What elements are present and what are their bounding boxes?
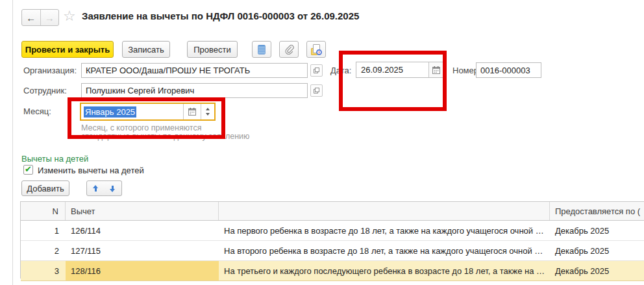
back-button[interactable]: ← (22, 10, 41, 25)
table-row[interactable]: 2 127/115 На второго ребенка в возрасте … (21, 241, 644, 261)
arrow-down-icon (110, 185, 116, 192)
month-input[interactable]: Январь 2025 (80, 103, 216, 121)
children-deductions-section-title[interactable]: Вычеты на детей (21, 154, 88, 164)
add-row-button[interactable]: Добавить (21, 180, 69, 196)
post-button[interactable]: Провести (187, 41, 238, 58)
employee-input[interactable]: Полушкин Сергей Игоревич (81, 83, 308, 98)
row-num-cell[interactable]: 1 (21, 221, 66, 240)
row-until-cell[interactable]: Декабрь 2025 (550, 261, 644, 280)
change-children-deductions-label[interactable]: Изменить вычеты на детей (38, 166, 144, 175)
row-code-cell[interactable]: 126/114 (66, 221, 219, 240)
month-calendar-button[interactable] (183, 104, 201, 119)
row-desc-cell[interactable]: На второго ребенка в возрасте до 18 лет,… (219, 241, 550, 260)
row-until-cell[interactable]: Декабрь 2025 (550, 241, 644, 260)
organization-input[interactable]: КРАТЕР ООО/Даша/ПРОШУ НЕ ТРОГАТЬ (81, 63, 308, 78)
row-desc-cell[interactable]: На первого ребенка в возрасте до 18 лет,… (219, 221, 550, 240)
row-num-cell[interactable]: 3 (21, 261, 66, 280)
move-row-up-button[interactable] (86, 180, 105, 196)
forward-button[interactable]: → (41, 10, 59, 25)
row-desc-cell[interactable]: На третьего и каждого последующего ребен… (219, 261, 550, 280)
left-border-divider (12, 0, 13, 285)
month-selected-text: Январь 2025 (84, 106, 136, 118)
spinner-down-icon[interactable] (206, 113, 210, 116)
spinner-up-icon[interactable] (206, 108, 210, 110)
attached-files-button[interactable] (279, 41, 299, 58)
organization-label: Организация: (23, 66, 77, 75)
header-num[interactable]: N (21, 202, 66, 220)
date-input[interactable]: 26.09.2025 (356, 62, 444, 78)
save-button[interactable]: Записать (122, 41, 170, 58)
header-deduction[interactable]: Вычет (66, 202, 219, 220)
employee-open-button[interactable] (310, 84, 323, 97)
employee-label: Сотрудник: (23, 86, 67, 95)
date-label: Дата: (330, 66, 351, 75)
row-code-cell-active[interactable]: 128/116 (66, 261, 219, 280)
post-and-close-button[interactable]: Провести и закрыть (21, 41, 114, 58)
open-icon (314, 88, 319, 93)
month-hint-line1: Месяц, с которого применяются (81, 123, 201, 132)
page-title: Заявление на вычеты по НДФЛ 0016-000003 … (82, 10, 359, 21)
change-history-button[interactable] (306, 41, 326, 58)
deductions-table: N Вычет Предоставляется по ( 1 126/114 Н… (20, 201, 644, 279)
nav-button-group: ← → (21, 9, 59, 26)
move-row-down-button[interactable] (104, 180, 122, 196)
table-row[interactable]: 1 126/114 На первого ребенка в возрасте … (21, 221, 644, 241)
row-num-cell[interactable]: 2 (21, 241, 66, 260)
forward-arrow-icon: → (45, 12, 55, 23)
calendar-icon (432, 66, 440, 74)
checkmark-icon: ✔ (25, 165, 32, 173)
table-header-row: N Вычет Предоставляется по ( (21, 202, 644, 221)
show-postings-button[interactable] (252, 41, 271, 58)
postings-ledger-icon (258, 45, 266, 55)
document-clock-icon (311, 44, 322, 55)
header-description[interactable] (219, 202, 550, 220)
number-input[interactable]: 0016-000003 (476, 62, 541, 78)
back-arrow-icon: ← (26, 12, 36, 23)
month-label: Месяц: (23, 106, 51, 116)
month-hint-line2: стандартные вычеты по данному заявлению (81, 132, 249, 141)
document-form-window: ← → ☆ Заявление на вычеты по НДФЛ 0016-0… (0, 0, 644, 285)
table-row-selected[interactable]: 3 128/116 На третьего и каждого последую… (21, 261, 644, 281)
date-calendar-button[interactable] (428, 62, 443, 77)
change-children-deductions-checkbox[interactable]: ✔ (23, 165, 33, 175)
row-code-cell[interactable]: 127/115 (66, 241, 219, 260)
row-until-cell[interactable]: Декабрь 2025 (550, 221, 644, 240)
month-spinner[interactable] (201, 104, 214, 119)
calendar-icon (188, 108, 196, 116)
favorite-star-icon[interactable]: ☆ (63, 8, 76, 25)
open-icon (314, 68, 319, 73)
arrow-up-icon (93, 185, 99, 192)
date-value: 26.09.2025 (356, 65, 428, 75)
paperclip-icon (284, 45, 294, 55)
header-provided-until[interactable]: Предоставляется по ( (550, 202, 644, 220)
annotation-red-box-date (339, 51, 447, 111)
organization-open-button[interactable] (310, 64, 323, 77)
